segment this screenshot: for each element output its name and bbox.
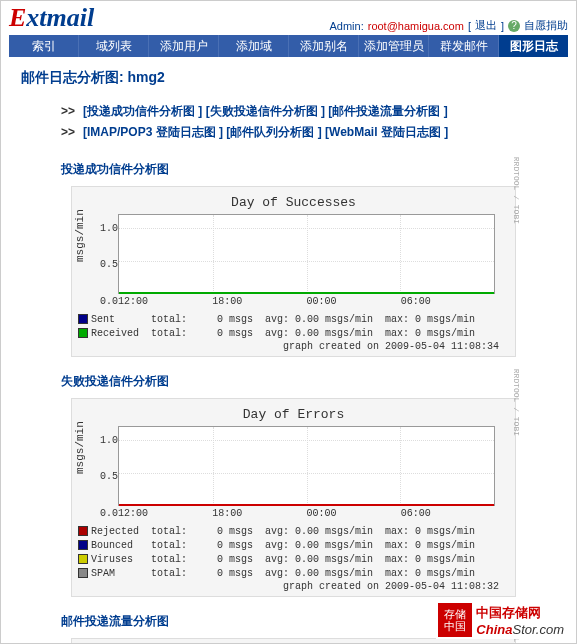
chart-footer: graph created on 2009-05-04 11:08:34 bbox=[78, 341, 499, 352]
x-axis: 12:0018:0000:0006:00 bbox=[118, 294, 495, 307]
nav-6[interactable]: 群发邮件 bbox=[429, 35, 499, 57]
chart-link[interactable]: 失败投递信件分析图 bbox=[210, 104, 318, 118]
chart-footer: graph created on 2009-05-04 11:08:32 bbox=[78, 581, 499, 592]
admin-label: Admin: bbox=[329, 20, 363, 32]
watermark-en: ChinaStor.com bbox=[476, 622, 564, 637]
chart-link[interactable]: WebMail 登陆日志图 bbox=[329, 125, 441, 139]
admin-bar: Admin: root@hamigua.com [退出] ?自愿捐助 bbox=[329, 18, 568, 33]
logo: Extmail bbox=[9, 3, 94, 33]
nav-3[interactable]: 添加域 bbox=[219, 35, 289, 57]
admin-email-link[interactable]: root@hamigua.com bbox=[368, 20, 464, 32]
section-title: 失败投递信件分析图 bbox=[61, 373, 556, 390]
nav-0[interactable]: 索引 bbox=[9, 35, 79, 57]
logout-link[interactable]: 退出 bbox=[475, 18, 497, 33]
donate-link[interactable]: 自愿捐助 bbox=[524, 18, 568, 33]
chart-0: Day of Successesmsgs/min0.00.51.0RRDTOOL… bbox=[71, 186, 516, 357]
nav-4[interactable]: 添加别名 bbox=[289, 35, 359, 57]
chart-title: Day of Successes bbox=[78, 195, 509, 210]
chart-link[interactable]: IMAP/POP3 登陆日志图 bbox=[87, 125, 216, 139]
nav: 索引域列表添加用户添加域添加别名添加管理员群发邮件图形日志 bbox=[9, 35, 568, 57]
plot-area bbox=[118, 214, 495, 294]
legend: Sent total: 0 msgs avg: 0.00 msgs/min ma… bbox=[78, 313, 509, 341]
nav-2[interactable]: 添加用户 bbox=[149, 35, 219, 57]
chart-1: Day of Errorsmsgs/min0.00.51.0RRDTOOL / … bbox=[71, 398, 516, 597]
nav-5[interactable]: 添加管理员 bbox=[359, 35, 429, 57]
nav-1[interactable]: 域列表 bbox=[79, 35, 149, 57]
watermark-icon: 存储中国 bbox=[438, 603, 472, 637]
plot-area bbox=[118, 426, 495, 506]
chart-links: >>[投递成功信件分析图 ] [失败投递信件分析图 ] [邮件投递流量分析图 ]… bbox=[61, 103, 556, 141]
chart-title: Day of Errors bbox=[78, 407, 509, 422]
page-title: 邮件日志分析图: hmg2 bbox=[21, 69, 556, 87]
watermark: 存储中国 中国存储网 ChinaStor.com bbox=[436, 601, 566, 639]
section-title: 投递成功信件分析图 bbox=[61, 161, 556, 178]
chart-link[interactable]: 邮件队列分析图 bbox=[230, 125, 314, 139]
help-icon: ? bbox=[508, 20, 520, 32]
chart-link[interactable]: 邮件投递流量分析图 bbox=[332, 104, 440, 118]
chart-link[interactable]: 投递成功信件分析图 bbox=[87, 104, 195, 118]
watermark-cn: 中国存储网 bbox=[476, 604, 564, 622]
nav-7[interactable]: 图形日志 bbox=[499, 35, 568, 57]
legend: Rejected total: 0 msgs avg: 0.00 msgs/mi… bbox=[78, 525, 509, 581]
x-axis: 12:0018:0000:0006:00 bbox=[118, 506, 495, 519]
